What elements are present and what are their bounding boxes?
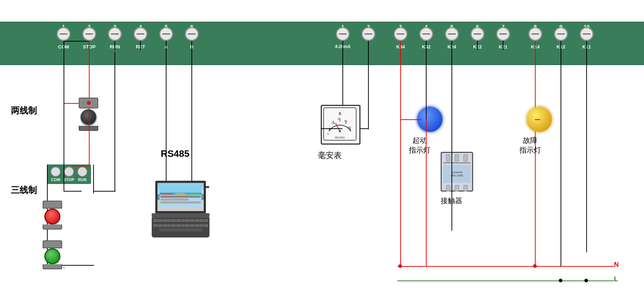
wire-com-down bbox=[64, 41, 64, 52]
wire-com-three-h bbox=[64, 191, 82, 192]
wire-run-three-h bbox=[93, 191, 116, 192]
wire-stop-three-h bbox=[72, 166, 90, 166]
terminal-5 bbox=[159, 27, 173, 41]
wire-ammeter-h1 bbox=[321, 128, 342, 129]
wire-top-h bbox=[64, 41, 90, 42]
wire-3w-close bbox=[64, 267, 64, 268]
laptop-keyboard bbox=[152, 218, 209, 237]
mini-com-label: COM bbox=[51, 177, 60, 182]
wire-a-rs485 bbox=[166, 50, 167, 187]
wire-k12-down bbox=[561, 41, 561, 50]
contactor: tumamik062-1206 bbox=[441, 152, 473, 192]
r-terminal-6 bbox=[471, 27, 484, 41]
n-junction-2 bbox=[533, 264, 537, 268]
rs485-label: RS485 bbox=[161, 148, 190, 159]
wire-run-down bbox=[114, 41, 115, 50]
wire-k24-v-long bbox=[451, 50, 452, 231]
wire-k22-down bbox=[477, 41, 478, 50]
terminal-1 bbox=[57, 27, 70, 41]
wire-r1-down bbox=[342, 41, 343, 50]
svg-text:10: 10 bbox=[331, 122, 334, 124]
fault-indicator-label: 故障 指示灯 bbox=[519, 136, 541, 155]
wire-k34-down bbox=[400, 41, 401, 50]
ammeter: 0 10 20 30 40 BEIJING A bbox=[321, 105, 360, 145]
svg-text:40: 40 bbox=[348, 126, 351, 129]
n-label: N bbox=[614, 261, 619, 269]
two-wire-label: 两线制 bbox=[11, 105, 37, 116]
wire-k34-n-connect bbox=[400, 266, 401, 267]
svg-text:A: A bbox=[338, 112, 341, 116]
three-wire-green-button bbox=[43, 240, 62, 269]
wire-yel-h-top bbox=[535, 119, 540, 120]
three-wire-label: 三线制 bbox=[11, 184, 37, 196]
three-wire-red-button bbox=[43, 201, 62, 230]
wire-k14-down bbox=[535, 41, 536, 50]
l-label: L bbox=[614, 275, 618, 283]
wire-blue-bot-v bbox=[426, 119, 427, 266]
wire-ret-down bbox=[140, 41, 141, 50]
wire-run-long bbox=[114, 52, 115, 191]
three-wire-control-block: COM STOP RUN bbox=[47, 164, 91, 184]
wire-stop-down bbox=[89, 41, 90, 50]
wire-k24-down bbox=[451, 41, 452, 50]
r-terminal-5 bbox=[445, 27, 459, 41]
wire-ammeter-h2 bbox=[360, 128, 368, 129]
mini-run bbox=[77, 167, 87, 177]
wire-k12-v bbox=[561, 50, 561, 267]
mini-stop-label: STOP bbox=[64, 177, 74, 182]
wire-stop-long bbox=[89, 113, 90, 166]
junction-dot-1 bbox=[87, 101, 91, 105]
l-rail bbox=[397, 281, 614, 281]
mini-com bbox=[51, 167, 61, 177]
ammeter-label: 毫安表 bbox=[318, 150, 342, 161]
wire-blue-h-top bbox=[400, 119, 422, 120]
n-rail bbox=[397, 266, 614, 267]
wire-3w-right-top bbox=[93, 164, 94, 193]
terminal-4 bbox=[134, 27, 147, 41]
wire-r2-down bbox=[368, 41, 369, 50]
r-terminal-9 bbox=[554, 27, 568, 41]
svg-text:0: 0 bbox=[327, 132, 329, 136]
laptop-base bbox=[152, 213, 209, 218]
l-junction-2 bbox=[584, 279, 588, 282]
wire-com-long bbox=[64, 52, 64, 191]
r-terminal-2 bbox=[362, 27, 375, 41]
wire-k32-down bbox=[426, 41, 427, 50]
wire-k34-v bbox=[400, 50, 401, 267]
start-indicator-label: 起动 指示灯 bbox=[409, 136, 431, 155]
terminal-3 bbox=[108, 27, 122, 41]
laptop bbox=[155, 181, 209, 237]
terminal-bar bbox=[0, 22, 644, 65]
wire-b-rs485 bbox=[191, 50, 192, 187]
svg-text:20: 20 bbox=[337, 117, 340, 120]
wire-k11-v bbox=[586, 50, 587, 252]
r-terminal-3 bbox=[394, 27, 407, 41]
r-terminal-7 bbox=[496, 27, 510, 41]
wire-ammeter-v2 bbox=[368, 50, 369, 129]
laptop-screen bbox=[155, 181, 206, 213]
wire-a-down bbox=[166, 41, 167, 50]
r-terminal-10 bbox=[580, 27, 593, 41]
mini-stop bbox=[64, 167, 74, 177]
r-terminal-8 bbox=[528, 27, 542, 41]
wire-k14-v bbox=[535, 50, 536, 267]
svg-text:BEIJING: BEIJING bbox=[335, 136, 345, 139]
wire-k21-down bbox=[503, 41, 503, 50]
terminal-6 bbox=[185, 27, 199, 41]
wire-k11-down bbox=[586, 41, 587, 50]
mini-run-label: RUN bbox=[78, 177, 87, 182]
laptop-screen-content bbox=[157, 183, 204, 211]
r-terminal-1 bbox=[336, 27, 350, 41]
l-junction-1 bbox=[559, 279, 562, 282]
svg-point-12 bbox=[339, 130, 341, 132]
svg-text:30: 30 bbox=[344, 120, 347, 122]
r-terminal-4 bbox=[419, 27, 433, 41]
wire-b-down bbox=[191, 41, 192, 50]
terminal-2 bbox=[82, 27, 96, 41]
contactor-body-text: tumamik062-1206 bbox=[451, 171, 463, 177]
